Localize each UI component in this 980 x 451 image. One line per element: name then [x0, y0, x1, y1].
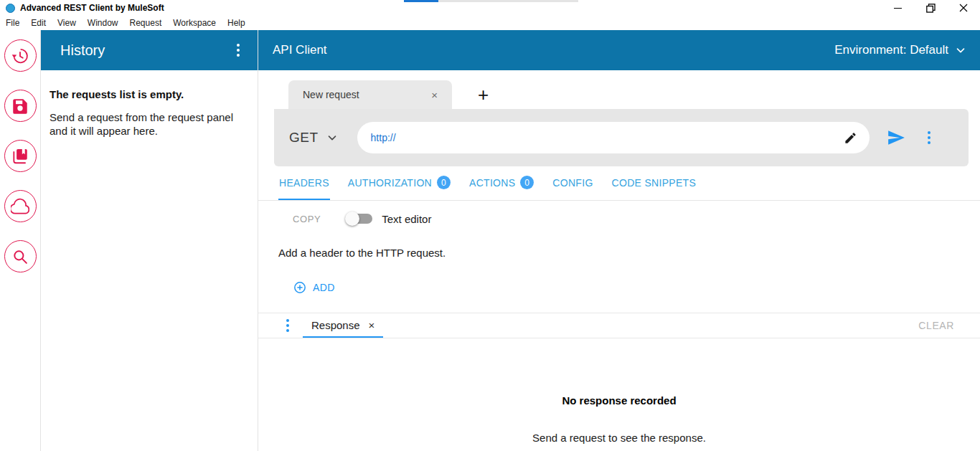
- window-title: Advanced REST Client by MuleSoft: [20, 3, 164, 13]
- history-menu-button[interactable]: [235, 42, 242, 59]
- tab-authorization-label: AUTHORIZATION: [348, 177, 432, 189]
- tab-headers[interactable]: HEADERS: [278, 166, 330, 200]
- search-icon: [11, 247, 29, 266]
- history-empty-title: The requests list is empty.: [50, 88, 249, 100]
- rail-saved-button[interactable]: [4, 90, 37, 122]
- save-icon: [11, 97, 29, 115]
- url-field-container: [357, 122, 870, 153]
- menu-view[interactable]: View: [52, 18, 82, 28]
- tab-actions-label: ACTIONS: [469, 177, 515, 189]
- request-panel-tabs: HEADERS AUTHORIZATION 0 ACTIONS 0 CONFIG: [258, 166, 980, 201]
- headers-hint-text: Add a header to the HTTP request.: [258, 247, 980, 260]
- tab-headers-label: HEADERS: [279, 177, 329, 189]
- minimize-icon: [894, 8, 902, 9]
- actions-count-badge: 0: [520, 176, 534, 189]
- collections-bookmark-icon: [11, 147, 29, 166]
- titlebar: Advanced REST Client by MuleSoft: [0, 0, 980, 16]
- minimize-button[interactable]: [881, 0, 914, 16]
- response-options-button[interactable]: [284, 317, 291, 334]
- environment-selector[interactable]: Environment: Default: [834, 43, 967, 57]
- close-icon: [959, 4, 968, 12]
- clear-response-button[interactable]: CLEAR: [918, 320, 954, 331]
- history-panel-body: The requests list is empty. Send a reque…: [41, 70, 258, 138]
- request-tab-label: New request: [303, 89, 359, 100]
- tab-config-label: CONFIG: [552, 177, 593, 189]
- tab-authorization[interactable]: AUTHORIZATION 0: [347, 166, 451, 200]
- authorization-count-badge: 0: [437, 176, 451, 189]
- tab-actions[interactable]: ACTIONS 0: [468, 166, 534, 200]
- restore-icon: [926, 4, 936, 13]
- menubar: File Edit View Window Request Workspace …: [0, 16, 980, 30]
- window-controls: [881, 0, 980, 16]
- request-tabstrip: New request × +: [258, 80, 980, 109]
- response-bar: Response × CLEAR: [258, 313, 980, 338]
- new-tab-button[interactable]: +: [478, 80, 489, 109]
- add-header-label: ADD: [313, 282, 335, 293]
- icon-rail: [0, 30, 41, 451]
- app-logo-icon: [6, 4, 15, 13]
- text-editor-toggle[interactable]: [347, 214, 372, 224]
- tab-code-snippets-label: CODE SNIPPETS: [612, 177, 696, 189]
- main-header: API Client Environment: Default: [258, 30, 980, 70]
- history-icon: [11, 47, 29, 65]
- headers-toolbar: COPY Text editor: [258, 201, 980, 237]
- cloud-icon: [11, 197, 29, 216]
- progress-bar-gray-segment: [438, 0, 578, 2]
- request-url-bar: GET: [274, 109, 969, 166]
- send-request-button[interactable]: [887, 128, 905, 147]
- response-tab-label: Response: [311, 319, 360, 331]
- chevron-down-icon: [326, 131, 339, 144]
- pencil-icon: [844, 131, 857, 145]
- add-circle-icon: [293, 280, 307, 295]
- request-options-button[interactable]: [925, 129, 933, 146]
- environment-label: Environment: Default: [834, 43, 948, 57]
- restore-button[interactable]: [914, 0, 947, 16]
- history-panel-header: History: [41, 30, 258, 70]
- menu-workspace[interactable]: Workspace: [167, 18, 222, 28]
- edit-url-button[interactable]: [842, 130, 858, 146]
- history-panel-title: History: [60, 42, 235, 59]
- tab-code-snippets[interactable]: CODE SNIPPETS: [611, 166, 697, 200]
- response-tab[interactable]: Response ×: [303, 313, 383, 338]
- rail-history-button[interactable]: [4, 39, 37, 72]
- send-icon: [887, 128, 905, 147]
- method-label: GET: [289, 130, 319, 146]
- progress-bar-blue-segment: [404, 0, 438, 2]
- add-header-row: ADD: [258, 278, 980, 297]
- request-tab[interactable]: New request ×: [288, 80, 452, 109]
- add-header-button[interactable]: ADD: [293, 280, 335, 295]
- rail-search-button[interactable]: [4, 240, 37, 272]
- menu-request[interactable]: Request: [124, 18, 168, 28]
- app-title: API Client: [273, 43, 834, 57]
- main-area: API Client Environment: Default New requ…: [258, 30, 980, 451]
- request-tab-close-icon[interactable]: ×: [431, 90, 438, 100]
- chevron-down-icon: [954, 44, 967, 57]
- menu-file[interactable]: File: [6, 18, 25, 28]
- method-selector[interactable]: GET: [289, 130, 339, 146]
- response-tab-close-icon[interactable]: ×: [369, 320, 375, 331]
- response-empty-message: Send a request to see the response.: [258, 432, 980, 445]
- url-input[interactable]: [371, 132, 842, 143]
- close-button[interactable]: [947, 0, 980, 16]
- history-empty-message: Send a request from the request panel an…: [50, 111, 249, 138]
- rail-projects-button[interactable]: [4, 140, 37, 172]
- toggle-knob: [345, 212, 359, 226]
- menu-help[interactable]: Help: [222, 18, 251, 28]
- menu-window[interactable]: Window: [82, 18, 124, 28]
- response-empty-title: No response recorded: [258, 394, 980, 407]
- rail-drive-button[interactable]: [4, 190, 37, 222]
- menu-edit[interactable]: Edit: [25, 18, 52, 28]
- history-panel: History The requests list is empty. Send…: [41, 30, 258, 451]
- copy-button[interactable]: COPY: [293, 214, 321, 224]
- tab-config[interactable]: CONFIG: [552, 166, 593, 200]
- text-editor-toggle-label: Text editor: [382, 213, 431, 225]
- workspace: New request × + GET: [258, 70, 980, 451]
- app-window: Advanced REST Client by MuleSoft File Ed…: [0, 0, 980, 451]
